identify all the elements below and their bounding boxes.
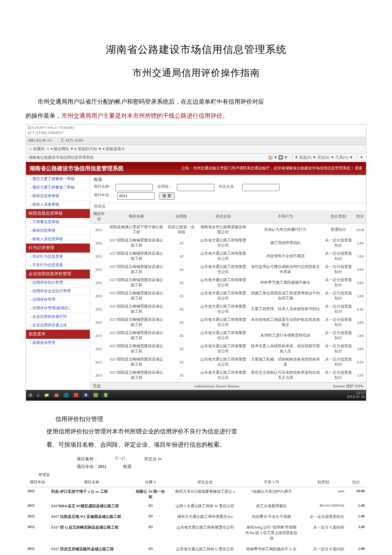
table2-cell: 增东方大通公路工理存用责任公a [167,511,243,521]
table1-cell: 2.00 [355,316,366,329]
table1-cell: 3.00 [355,342,366,355]
sidebar-item[interactable]: › 信用评价企业扣分管理 [26,287,90,296]
table1-row: 2011S317邵阳县五峰铺至隆回县城公路工程A5山东省大通公路工程有限责任公司… [90,289,366,302]
taskbar-button[interactable]: 🦊 [52,392,61,398]
taskbar-button[interactable]: 🟩 [92,392,100,398]
addr-1: 比%1%W^I WS.fi-^YO4ORI- [28,125,364,131]
table1-cell: 2.00 [355,276,366,289]
table1-cell: 从一定分值里面扣分 [322,276,355,289]
s2-ent-label: 评定企 In [144,456,161,461]
sidebar-group: 标段信息总览审核 [26,209,90,218]
table1-cell: S317邵阳县五峰铺至隆回县城公路工程 [107,316,165,329]
sidebar-item[interactable]: › 企业信用评价表打印 [26,313,90,321]
table2-cell: A5 [134,521,167,543]
section-1-heading: 信用评价扣分管理 [26,414,366,425]
table1-cell: A5 [165,263,198,276]
sidebar-item[interactable]: › 项目主要工程量表二审核 [26,183,90,192]
proj-name-input[interactable] [115,184,153,191]
table2-col: 扣类别 [300,478,346,487]
table1-cell: 山东省大通公路工程有限责任公司 [198,236,249,250]
clock-date: 2012-01-16 [347,395,365,399]
table1-cell: 山东省大通公路工程有限责任公司 [198,263,249,276]
status-left: 完成 [93,384,101,389]
table2-cell: 从一定分 II 面问的 [300,543,346,554]
table2-cell: 特骑季节的工构防脆亦不 [t 全 [243,543,300,554]
table1-cell: 山东省大通公路工程有限责任公司 [198,276,249,289]
table1-cell: S317邵阳县五峰铺至隆回县城公路工程 [107,263,165,276]
table1-cell: A5 [165,236,198,250]
table2-cell: 山东;大通公路工程有限任责公i<5 [167,554,243,555]
tab-title[interactable]: 湖南省公路建设市场信用信息管理系统 [29,155,94,160]
table1-cell: 0.40 [355,302,366,316]
sidebar-item[interactable]: › 新闻发布管理 [26,339,90,347]
table1-cell: 山东省大通公路工程有限责任公司 [198,302,249,316]
year-input[interactable] [117,192,155,200]
taskbar-button[interactable]: e [36,392,41,398]
table2-cell: S317 位阳县五饱 WI 妥修园县城公路工程 [49,511,134,521]
s2-btn[interactable]: 检索 [123,464,132,470]
table1-cell: 从一定分值里面扣分 [322,342,355,355]
table1-cell: 从一定分值里面扣分 [322,329,355,342]
intro-line-2: 的操作菜单，市州交通局用户主要是对本市州所辖的干线公路进行信用评价。 [26,110,366,122]
intro-line-1: 市州交通局用户以省厅分配的帐户和密码登录系统后，在左边菜单栏中有信用评价对应 [26,96,366,108]
addr-2: 分 J 11U40(.25M46%* [28,131,364,136]
seg-input[interactable] [177,184,214,191]
system-header: 湖南省公路建设市场信用信息管理系统 公告：市州交通运输主管部门用户请联系交通运输… [26,162,366,175]
sidebar-item[interactable]: › 信用评价管理 [26,296,90,304]
table1-cell: 技术负责人未按投标承诺、或在驻期可豁免人员 [249,342,323,355]
sidebar-item[interactable]: › 良好行为信息查看 [26,253,90,261]
table1-row: 2011S317邵阳县五峰铺至隆回县城公路工程A5山东省大通公路工程有限责任公司… [90,236,366,250]
table2-cell: S317BR&县五 M 辅至虐囚县城公路工程 [49,502,134,511]
table2-row: 2011S317 位阳县五饱 WI 妥修园县城公路工程A5增东方大通公路工理存用… [26,511,366,521]
table2-cell: 2011 [26,511,49,521]
sidebar-item[interactable]: › 标段信息审核 [26,227,90,235]
sidebar-item[interactable]: › 标段信息表审核 [26,192,90,200]
intro-highlight: 市州交通局用户主要是对本市州所辖的干线公路进行信用评价 [61,113,222,119]
table2-cell: *始被认为失信I约%胆为 [243,487,300,502]
proj-name-label: 项目名称> [94,184,111,191]
taskbar-button[interactable]: 📁 [43,392,51,398]
table2-cell: 从一定分值里而扣分 [300,511,346,521]
fav-left[interactable]: ☆ 收藏夹 ☆ ▾ 建议网站 ▼ ▾ 剪贴到为知 ▼ ▾ 新建选项卡 [29,146,125,152]
result-table-1: 项目年份项目名称合同段评定企业不良行为扣分类别扣分 2011邵阳县梅溪口至新宁塔… [90,210,366,382]
sidebar-item[interactable]: › 不良行为信息查看 [26,261,90,270]
sidebar-item[interactable]: › 项目主要工程量表一审核 [26,175,90,183]
sidebar-item[interactable]: › 信用评价扣分管理 [26,279,90,287]
toolbar-right[interactable]: 🏠 ▼ 🔲 ▼ 📄 ▼ 页面(P) ▼ 安全(S) ▼ 工具(O) ▼ ❔ ▼ [268,155,363,160]
sidebar-item[interactable]: › 信用评价管理(按项目) [26,304,90,313]
table1-cell: A5 [165,355,198,369]
table2-cell: 山东省大通公路工程有 G 责任公司 [167,543,243,554]
table1-cell: 从一定分值里面扣分 [322,316,355,329]
table1-cell: S317邵阳县五峰铺至隆回县城公路工程 [107,236,165,250]
table1-cell: S317邵阳县五峰铺至隆回县城公路工程 [107,329,165,342]
table1-cell: 2011 [90,276,107,289]
table1-cell: 未经监理认可擅自调换合同约定或投标文件承诺 [249,263,323,276]
table1-cell: 从一定分值里面扣分 [322,289,355,302]
taskbar-button[interactable]: 📗 [101,392,110,398]
taskbar-button[interactable]: 🟥 [72,392,80,398]
search-button[interactable]: 搜 索 [159,192,175,200]
sidebar-item[interactable]: › 标段人员表审核 [26,200,90,209]
browser-status: 完成 1administrati 2buard 3bureau Internet… [90,382,366,390]
table2-cell: 2011 [26,502,49,511]
taskbar-button[interactable]: 🧿 [82,392,90,398]
main-panel: 检索 项目名称> 合同段： 评定企业： 项目年份： 搜 索 管理员 项目年份项目… [90,175,366,390]
sub-title: 市州交通局信用评价操作指南 [26,67,366,79]
table1-cell: A5 [165,316,198,329]
sidebar-item[interactable]: › 工程量信息审核 [26,218,90,227]
taskbar-button[interactable]: 🌐 [62,392,70,398]
sidebar-item[interactable]: › 标段人员信息审核 [26,235,90,244]
table1-cell: 从一定分值里面扣分 [322,236,355,250]
table1-cell: 湖南省永州公路桥梁建设有限公司 [198,223,249,236]
taskbar: ⊞e📁🦊🌐🟥🧿🟩📗 13:17 2012-01-16 [26,390,366,401]
table2-cell: S3i7 锦 a 县五呼好铭司县城公路工理 [49,554,134,555]
table1-row: 2011S317邵阳县五峰铺至隆回县城公路工程A5山东省大通公路工程有限责任公司… [90,316,366,329]
sidebar-item[interactable]: › 企业信用评价表上传 [26,321,90,330]
table2-cell: 2011 [26,521,49,543]
table1-col: 不良行为 [249,210,323,224]
table2-col: 项目年份 [26,478,49,487]
sidebar: › 项目主要工程量表一审核› 项目主要工程量表二审核› 标段信息表审核› 标段人… [26,175,90,390]
taskbar-button[interactable]: ⊞ [27,392,34,398]
s2-proj-label: 项目备称： [77,456,98,461]
ent-input[interactable] [242,184,280,191]
